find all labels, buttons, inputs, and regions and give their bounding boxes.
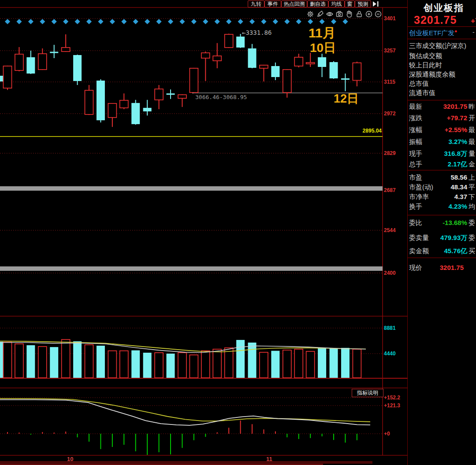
axis-label: 3401 xyxy=(384,15,396,22)
index-change-clipped: +79 xyxy=(471,17,476,26)
axis-label: 2687 xyxy=(384,187,396,194)
hand-icon[interactable] xyxy=(345,10,353,18)
day10-annotation: 10日 xyxy=(310,40,336,56)
quote-row-sell-amount: 卖金额45.76亿买 xyxy=(408,247,476,256)
axis-label: +152.2 xyxy=(384,394,400,401)
info-row: 流通市值 xyxy=(409,89,435,97)
lock-icon[interactable] xyxy=(355,10,363,18)
quote-row-change: 涨跌+79.72开 xyxy=(408,114,476,123)
info-row: 总市值 xyxy=(409,80,429,88)
index-title: 创业板指 xyxy=(424,2,464,14)
macd-histogram xyxy=(0,421,357,455)
candlesticks xyxy=(0,33,361,127)
trading-terminal-window: 九转 事件 热点回溯 删自选 均线 窗 预测 xyxy=(0,0,476,465)
indicator-help-button[interactable]: 指标说明 xyxy=(352,389,383,397)
camera-icon[interactable] xyxy=(335,10,343,18)
axis-label: +0 xyxy=(384,430,390,437)
axis-label: 2400 xyxy=(384,269,396,277)
quote-row-pb: 市净率4.37下 xyxy=(408,193,476,202)
main-grid xyxy=(0,0,408,465)
axis-label: +121.3 xyxy=(384,402,400,409)
toolbar-button-window[interactable]: 窗 xyxy=(345,0,355,7)
overlay-lines xyxy=(0,92,383,271)
info-row: 预估成交额 xyxy=(409,52,442,60)
quote-row-commission-ratio: 委比-13.68%委 xyxy=(408,219,476,228)
axis-label: 2972 xyxy=(384,110,396,117)
etf-value-clipped: - xyxy=(472,29,475,36)
gap-range-annotation: 3066.46-3068.95 xyxy=(195,94,247,100)
quote-row-ask-volume: 委卖量479.93万委 xyxy=(408,234,476,243)
axis-label: 10 xyxy=(67,456,73,462)
axis-label: 11 xyxy=(266,456,272,462)
index-price: 3201.75 xyxy=(414,14,457,26)
zoom-out-icon[interactable] xyxy=(374,10,382,18)
high-price-annotation: ←3331.86 xyxy=(242,29,271,36)
volume-bars xyxy=(0,340,361,378)
axis-label: 3257 xyxy=(384,47,396,54)
quote-panel: 创业板指 3201.75 +79 创业板ETF广发● - 三市成交额(沪深京) … xyxy=(408,0,476,465)
pencil-icon[interactable] xyxy=(316,10,324,18)
macd-lines xyxy=(0,399,370,425)
quote-row-change-pct: 涨幅+2.55%最 xyxy=(408,126,476,135)
etf-link[interactable]: 创业板ETF广发● xyxy=(409,29,457,37)
axis-label: 2544 xyxy=(384,227,396,234)
support-level-label: 2895.04 xyxy=(355,127,382,134)
toolbar-button-events[interactable]: 事件 xyxy=(264,0,281,7)
axis-label: 3115 xyxy=(384,78,395,85)
quote-row-pe-dynamic: 市盈(动)48.34平 xyxy=(408,183,476,192)
toolbar-button-forecast[interactable]: 预测 xyxy=(355,0,371,7)
quote-row-latest: 最新3201.75昨 xyxy=(408,103,476,111)
info-row: 深股通额度余额 xyxy=(409,70,455,79)
quote-row-pe: 市盈58.56上 xyxy=(408,173,476,182)
axis-label: 4440 xyxy=(384,350,396,357)
toolbar-button-nine-turn[interactable]: 九转 xyxy=(248,0,264,7)
quote-row-total-lot: 总手2.17亿金 xyxy=(408,160,476,169)
zoom-in-icon[interactable] xyxy=(365,10,373,18)
quote-row-turnover: 换手4.23%均 xyxy=(408,203,476,211)
toolbar-button-hotspot-review[interactable]: 热点回溯 xyxy=(281,0,307,7)
quote-row-current-price: 现价3201.75 xyxy=(408,264,476,273)
nine-turn-diamonds xyxy=(5,19,348,24)
toolbar-button-ma-lines[interactable]: 均线 xyxy=(328,0,345,7)
quote-row-current-lot: 现手316.8万量 xyxy=(408,150,476,159)
info-row: 三市成交额(沪深京) xyxy=(409,42,466,50)
info-row: 较上日此时 xyxy=(409,61,442,70)
eye-icon[interactable] xyxy=(326,10,334,18)
chart-canvas xyxy=(0,0,476,465)
gear-icon[interactable] xyxy=(306,10,314,18)
day12-annotation: 12日 xyxy=(334,91,359,107)
quote-row-amplitude: 振幅3.27%最 xyxy=(408,138,476,147)
axis-label: 8881 xyxy=(384,325,396,332)
collapse-panel-icon[interactable] xyxy=(372,1,380,7)
toolbar-button-remove-watchlist[interactable]: 删自选 xyxy=(307,0,328,7)
axis-label: 2829 xyxy=(384,150,396,157)
